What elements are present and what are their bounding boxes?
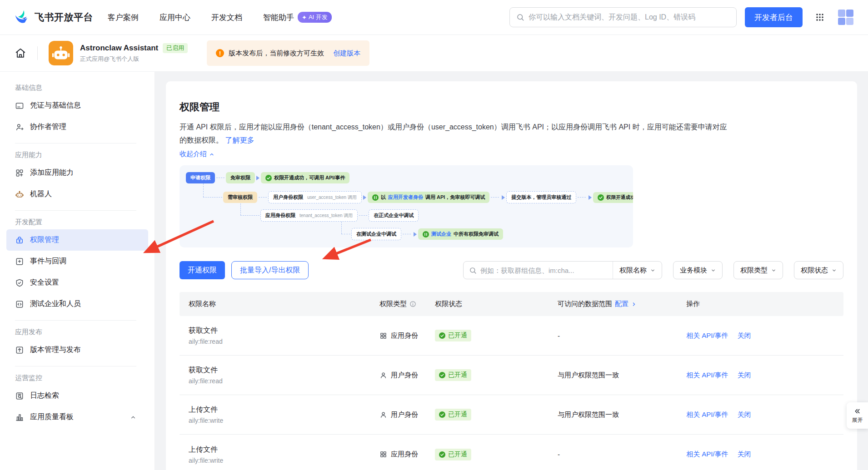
lock-icon (15, 236, 24, 245)
connector (240, 215, 259, 216)
related-api-link[interactable]: 相关 API/事件 (686, 411, 728, 419)
chevron-down-icon (832, 268, 837, 273)
info-icon[interactable] (409, 301, 416, 307)
permission-code: aily:file:read (189, 338, 379, 345)
related-api-link[interactable]: 相关 API/事件 (686, 450, 728, 459)
global-search[interactable] (509, 7, 737, 27)
ai-dev-badge: ✦ AI 开发 (298, 12, 332, 23)
close-permission-link[interactable]: 关闭 (738, 450, 751, 459)
sidebar-item-permissions[interactable]: 权限管理 (6, 229, 148, 251)
flow-node-success: 权限开通成功，可调用 API/事件 (261, 172, 349, 183)
status-badge: 已开通 (435, 409, 471, 421)
status-badge: 已开通 (435, 369, 471, 381)
close-permission-link[interactable]: 关闭 (738, 371, 751, 380)
sidebar-item-version-release[interactable]: 版本管理与发布 (0, 339, 155, 361)
related-api-link[interactable]: 相关 API/事件 (686, 371, 728, 380)
section-app-release: 应用发布 (15, 328, 155, 336)
expand-panel-button[interactable]: 展开 (847, 402, 868, 429)
chevron-up-icon[interactable] (130, 414, 136, 421)
scope-config-link[interactable]: 配置 (615, 300, 629, 308)
nav-link-dev-docs[interactable]: 开发文档 (211, 12, 242, 23)
batch-import-export-button[interactable]: 批量导入/导出权限 (231, 261, 309, 279)
screen: 飞书开放平台 客户案例 应用中心 开发文档 智能助手 ✦ AI 开发 开发者 (0, 0, 868, 470)
section-app-capability: 应用能力 (15, 151, 155, 159)
sidebar-item-log-search[interactable]: 日志检索 (0, 385, 155, 406)
user-identity-icon (379, 411, 387, 419)
close-permission-link[interactable]: 关闭 (738, 411, 751, 419)
sidebar-item-add-capability[interactable]: 添加应用能力 (0, 162, 155, 183)
close-permission-link[interactable]: 关闭 (738, 331, 751, 340)
sidebar-item-credentials[interactable]: 凭证与基础信息 (0, 95, 155, 116)
divider (37, 46, 38, 60)
flow-arrow-icon (363, 195, 366, 200)
chevron-down-icon (650, 268, 655, 273)
flow-arrow-icon (414, 232, 417, 237)
header-permission-type: 权限类型 (379, 300, 435, 308)
section-ops-monitor: 运营监控 (15, 374, 155, 382)
shield-check-icon (15, 278, 24, 287)
permission-type: 用户身份 (391, 411, 418, 419)
connector (203, 197, 222, 198)
chevron-right-icon (631, 302, 637, 307)
permission-table: 权限名称 权限类型 权限状态 可访问的数据范围 配置 (180, 292, 843, 470)
permission-code: aily:file:write (189, 417, 379, 424)
person-add-icon (15, 123, 24, 132)
id-card-icon (15, 101, 24, 110)
brand-title: 飞书开放平台 (35, 11, 93, 24)
sidebar-item-collaborators[interactable]: 协作者管理 (0, 116, 155, 138)
learn-more-link[interactable]: 了解更多 (225, 136, 254, 144)
nav-link-ai-assistant[interactable]: 智能助手 ✦ AI 开发 (263, 12, 332, 23)
related-api-link[interactable]: 相关 API/事件 (686, 331, 728, 340)
collapse-intro-link[interactable]: 收起介绍 (180, 150, 215, 158)
section-basic-info: 基础信息 (15, 84, 155, 92)
permission-search-input[interactable] (480, 267, 613, 274)
table-row: 上传文件 aily:file:write 用户身份 (180, 395, 843, 435)
filter-permission-name[interactable]: 权限名称 (613, 262, 662, 279)
check-circle-icon (265, 175, 272, 181)
page-description: 开通 API 权限后，应用才能以应用身份（tenant_access_token… (180, 120, 732, 147)
debug-circle-icon (372, 194, 379, 201)
app-avatar (49, 41, 73, 65)
table-header: 权限名称 权限类型 权限状态 可访问的数据范围 配置 (180, 292, 843, 316)
permission-type: 应用身份 (391, 331, 418, 340)
flow-arrow-icon (589, 195, 592, 200)
nav-link-cases[interactable]: 客户案例 (108, 12, 139, 23)
double-chevron-left-icon (853, 407, 861, 415)
banner-text: 版本发布后，当前修改方可生效 (229, 49, 324, 58)
global-search-input[interactable] (529, 13, 730, 21)
table-row: 获取文件 aily:file:read 用户身份 (180, 356, 843, 395)
sidebar-item-events[interactable]: 事件与回调 (0, 251, 155, 272)
permission-search[interactable]: 权限名称 (463, 261, 662, 279)
code-box-icon (15, 300, 24, 309)
divider (15, 210, 136, 211)
sidebar-item-bot[interactable]: 机器人 (0, 183, 155, 205)
flow-node-user-permission: 用户身份权限 user_access_token 调用 (268, 191, 362, 203)
nav-link-app-center[interactable]: 应用中心 (160, 12, 190, 23)
open-permission-button[interactable]: 开通权限 (180, 261, 225, 279)
filter-permission-status[interactable]: 权限状态 (794, 261, 843, 279)
developer-console-button[interactable]: 开发者后台 (745, 7, 803, 27)
expand-label: 展开 (852, 416, 863, 424)
filter-business-module[interactable]: 业务模块 (673, 261, 723, 279)
top-navbar: 飞书开放平台 客户案例 应用中心 开发文档 智能助手 ✦ AI 开发 开发者 (0, 0, 868, 35)
apps-grid-icon[interactable] (815, 13, 824, 22)
main-area: 权限管理 开通 API 权限后，应用才能以应用身份（tenant_access_… (155, 72, 868, 470)
home-icon[interactable] (15, 47, 26, 59)
create-version-link[interactable]: 创建版本 (333, 49, 360, 58)
sidebar-item-quality-dashboard[interactable]: 应用质量看板 (0, 406, 155, 428)
status-badge: 已开通 (435, 330, 471, 341)
data-scope: - (558, 450, 686, 458)
table-toolbar: 开通权限 批量导入/导出权限 权限名称 (180, 261, 843, 279)
data-scope: 与用户权限范围一致 (558, 411, 686, 419)
search-icon (516, 13, 524, 21)
chevron-down-icon (711, 268, 716, 273)
sidebar-item-test-enterprise[interactable]: 测试企业和人员 (0, 293, 155, 315)
filter-permission-type[interactable]: 权限类型 (733, 261, 783, 279)
flow-node-submit-version: 提交版本，管理员审核通过 (506, 191, 576, 203)
app-header-bar: Astronclaw Assistant 已启用 正式应用@飞书个人版 ! 版本… (0, 35, 868, 72)
version-warning-banner: ! 版本发布后，当前修改方可生效 创建版本 (207, 40, 369, 66)
user-identity-icon (379, 371, 387, 379)
sidebar-item-security[interactable]: 安全设置 (0, 272, 155, 293)
workspace-avatar[interactable] (837, 9, 854, 26)
brand[interactable]: 飞书开放平台 (14, 9, 93, 25)
